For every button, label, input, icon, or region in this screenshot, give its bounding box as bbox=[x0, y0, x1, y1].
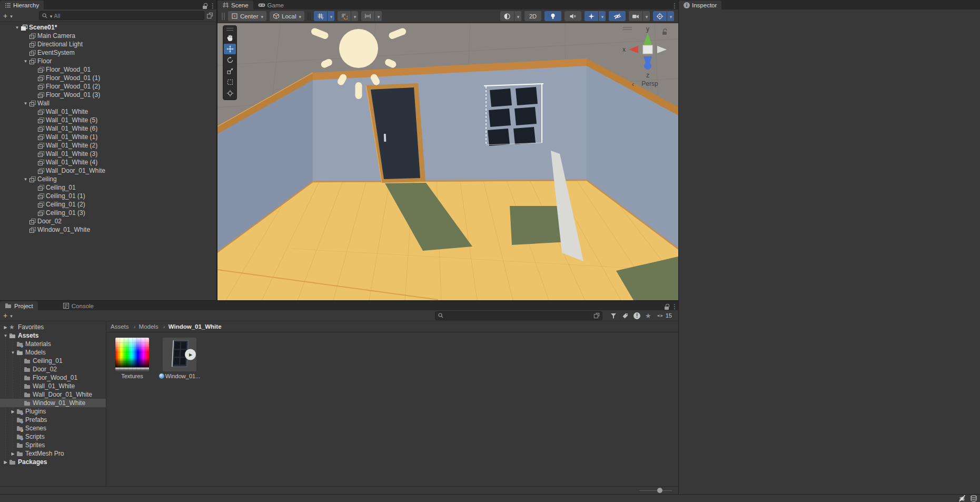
tab-hierarchy[interactable]: Hierarchy bbox=[0, 1, 44, 9]
project-tree-item[interactable]: Wall_Door_01_White bbox=[0, 390, 106, 399]
hierarchy-item[interactable]: ▼ Floor bbox=[0, 57, 216, 65]
hierarchy-item[interactable]: Wall_01_White (4) bbox=[0, 158, 216, 166]
project-tree-item[interactable]: Wall_01_White bbox=[0, 382, 106, 390]
project-tree-item[interactable]: ▶ TextMesh Pro bbox=[0, 449, 106, 458]
project-tree-item[interactable]: Scenes bbox=[0, 424, 106, 432]
alert-icon[interactable] bbox=[633, 312, 640, 319]
hierarchy-item[interactable]: Floor_Wood_01 (3) bbox=[0, 91, 216, 99]
increment-snap-button[interactable] bbox=[361, 11, 374, 21]
hierarchy-item[interactable]: Main Camera bbox=[0, 32, 216, 40]
pivot-mode-button[interactable]: Center bbox=[228, 11, 266, 21]
project-tree-item[interactable]: Materials bbox=[0, 340, 106, 348]
tab-project[interactable]: Project bbox=[0, 301, 38, 310]
2d-toggle-button[interactable]: 2D bbox=[524, 11, 541, 21]
expander-arrow-icon[interactable]: ▼ bbox=[14, 25, 21, 30]
scene-viewport[interactable]: y x z ‹ Persp bbox=[217, 23, 678, 300]
hierarchy-search-input[interactable]: All bbox=[39, 11, 204, 20]
rect-tool-button[interactable] bbox=[224, 77, 236, 87]
hierarchy-item[interactable]: Door_02 bbox=[0, 217, 216, 225]
open-window-icon[interactable] bbox=[593, 312, 600, 319]
hierarchy-item[interactable]: Directional Light bbox=[0, 40, 216, 48]
hierarchy-item[interactable]: ▼ Wall bbox=[0, 99, 216, 107]
hierarchy-item[interactable]: Ceiling_01 (1) bbox=[0, 192, 216, 200]
breadcrumb-item[interactable]: Window_01_White bbox=[160, 323, 222, 330]
hierarchy-item[interactable]: Wall_Door_01_White bbox=[0, 166, 216, 175]
orientation-button[interactable]: Local bbox=[270, 11, 304, 21]
hierarchy-item[interactable]: Wall_01_White (3) bbox=[0, 150, 216, 158]
open-window-icon[interactable] bbox=[206, 12, 213, 19]
kebab-menu-icon[interactable] bbox=[671, 303, 678, 310]
orientation-gizmo[interactable]: y x z ‹ Persp bbox=[606, 25, 675, 91]
expander-arrow-icon[interactable]: ▼ bbox=[22, 177, 29, 182]
project-tree-item[interactable]: ▼ Models bbox=[0, 348, 106, 357]
increment-snap-dropdown[interactable] bbox=[375, 11, 382, 21]
hierarchy-item[interactable]: Wall_01_White (6) bbox=[0, 124, 216, 133]
palette-drag-handle[interactable] bbox=[226, 28, 233, 31]
expander-arrow-icon[interactable]: ▼ bbox=[2, 333, 9, 338]
gizmos-button[interactable] bbox=[653, 11, 667, 21]
drag-handle-icon[interactable] bbox=[222, 13, 225, 20]
search-type-dropdown-icon[interactable] bbox=[50, 13, 53, 19]
project-tree-item[interactable]: Prefabs bbox=[0, 416, 106, 424]
rotate-tool-button[interactable] bbox=[224, 55, 236, 65]
tab-inspector[interactable]: Inspector bbox=[679, 1, 721, 9]
cache-server-icon[interactable] bbox=[970, 495, 977, 502]
hierarchy-item[interactable]: Ceiling_01 bbox=[0, 183, 216, 192]
lock-icon[interactable] bbox=[664, 303, 670, 310]
expander-arrow-icon[interactable]: ▼ bbox=[22, 59, 29, 64]
hierarchy-item[interactable]: Wall_01_White (2) bbox=[0, 141, 216, 150]
create-dropdown-icon[interactable] bbox=[9, 312, 13, 319]
debugger-detached-icon[interactable] bbox=[958, 495, 966, 502]
filter-type-icon[interactable] bbox=[610, 312, 617, 319]
scene-visibility-button[interactable] bbox=[609, 11, 626, 21]
hierarchy-item[interactable]: ▼ Scene01* bbox=[0, 23, 216, 32]
hierarchy-item[interactable]: Window_01_White bbox=[0, 225, 216, 234]
scale-tool-button[interactable] bbox=[224, 66, 236, 76]
project-tree-item[interactable]: ▼ Assets bbox=[0, 331, 106, 340]
tab-console[interactable]: Console bbox=[58, 301, 98, 310]
project-tree-item[interactable]: Scripts bbox=[0, 432, 106, 441]
tab-scene[interactable]: Scene bbox=[217, 1, 253, 9]
expand-model-button[interactable] bbox=[185, 349, 196, 360]
shaded-mode-button[interactable] bbox=[500, 11, 514, 21]
project-tree-item[interactable]: ▶ Favorites bbox=[0, 323, 106, 331]
hierarchy-item[interactable]: EventSystem bbox=[0, 48, 216, 57]
transform-tool-button[interactable] bbox=[224, 88, 236, 99]
expander-arrow-icon[interactable]: ▼ bbox=[9, 350, 16, 355]
hierarchy-item[interactable]: Floor_Wood_01 (1) bbox=[0, 74, 216, 82]
hierarchy-item[interactable]: Ceiling_01 (3) bbox=[0, 209, 216, 217]
hierarchy-item[interactable]: Wall_01_White (1) bbox=[0, 133, 216, 141]
slider-knob[interactable] bbox=[657, 488, 662, 493]
lock-icon[interactable] bbox=[202, 3, 208, 9]
asset-tile-textures[interactable]: Textures bbox=[112, 338, 153, 379]
tab-game[interactable]: Game bbox=[253, 1, 289, 9]
project-tree-item[interactable]: Window_01_White bbox=[0, 399, 106, 407]
effects-dropdown[interactable] bbox=[599, 11, 606, 21]
move-tool-button[interactable] bbox=[224, 44, 236, 54]
hierarchy-item[interactable]: ▼ Ceiling bbox=[0, 175, 216, 183]
effects-button[interactable] bbox=[585, 11, 598, 21]
hierarchy-item[interactable]: Wall_01_White bbox=[0, 107, 216, 116]
hidden-count-toggle[interactable]: 15 bbox=[656, 312, 672, 319]
grid-axis-button[interactable]: Y bbox=[314, 11, 327, 21]
favorite-star-icon[interactable] bbox=[645, 312, 651, 320]
expander-arrow-icon[interactable]: ▶ bbox=[9, 451, 16, 456]
create-dropdown-icon[interactable] bbox=[9, 12, 13, 19]
label-tag-icon[interactable] bbox=[622, 312, 629, 319]
hierarchy-item[interactable]: Floor_Wood_01 bbox=[0, 65, 216, 74]
lighting-toggle-button[interactable] bbox=[545, 11, 561, 21]
breadcrumb-item[interactable]: Assets bbox=[111, 323, 129, 330]
create-plus-icon[interactable] bbox=[3, 312, 7, 319]
expander-arrow-icon[interactable]: ▶ bbox=[9, 409, 16, 414]
expander-arrow-icon[interactable]: ▶ bbox=[2, 325, 9, 330]
project-tree-item[interactable]: Floor_Wood_01 bbox=[0, 373, 106, 382]
project-tree-item[interactable]: ▶ Plugins bbox=[0, 407, 106, 416]
hierarchy-item[interactable]: Wall_01_White (5) bbox=[0, 116, 216, 124]
audio-toggle-button[interactable] bbox=[565, 11, 581, 21]
create-plus-icon[interactable] bbox=[3, 12, 7, 19]
grid-axis-dropdown[interactable] bbox=[328, 11, 334, 21]
breadcrumb-item[interactable]: Models bbox=[131, 323, 159, 330]
project-tree-item[interactable]: Ceiling_01 bbox=[0, 357, 106, 365]
gizmos-dropdown[interactable] bbox=[667, 11, 674, 21]
thumbnail-size-slider[interactable] bbox=[639, 488, 672, 493]
